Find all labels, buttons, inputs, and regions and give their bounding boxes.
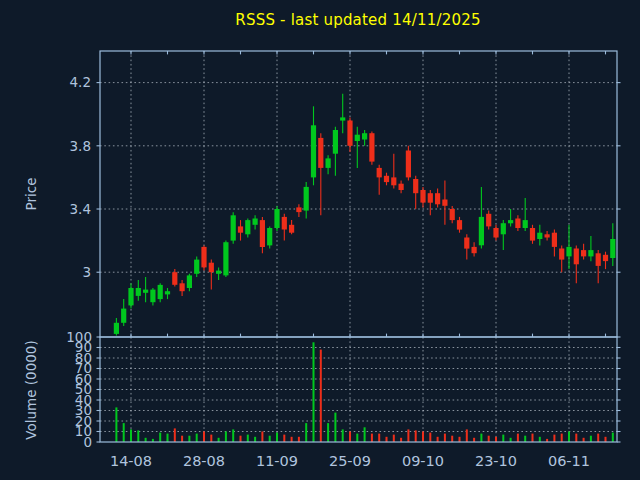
svg-text:4.2: 4.2 (70, 74, 91, 90)
svg-text:09-10: 09-10 (402, 453, 444, 469)
svg-text:11-09: 11-09 (256, 453, 298, 469)
svg-text:3.4: 3.4 (70, 201, 91, 217)
svg-text:100: 100 (66, 329, 92, 345)
volume-axis-label: Volume (0000) (23, 340, 39, 439)
svg-text:23-10: 23-10 (475, 453, 517, 469)
svg-text:06-11: 06-11 (548, 453, 590, 469)
svg-text:25-09: 25-09 (329, 453, 371, 469)
svg-text:3: 3 (82, 264, 91, 280)
svg-text:3.8: 3.8 (70, 138, 91, 154)
candlestick-chart: 33.43.84.2010203040506070809010014-0828-… (0, 0, 640, 480)
price-axis-label: Price (23, 178, 39, 211)
chart-window: RSSS - last updated 14/11/2025 33.43.84.… (0, 0, 640, 480)
svg-text:14-08: 14-08 (110, 453, 152, 469)
svg-text:28-08: 28-08 (183, 453, 225, 469)
chart-title: RSSS - last updated 14/11/2025 (99, 11, 617, 29)
